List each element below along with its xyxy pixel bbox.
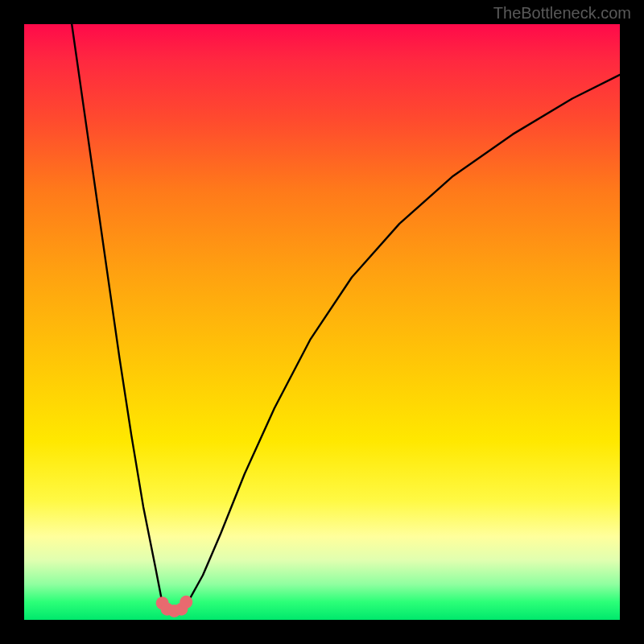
curve-layer	[24, 24, 620, 620]
curve-right-branch	[180, 75, 620, 609]
curve-left-branch	[72, 24, 168, 609]
cusp-marker	[180, 596, 192, 609]
cusp-markers-group	[156, 596, 193, 617]
curves-group	[72, 24, 620, 609]
chart-frame: TheBottleneck.com	[0, 0, 644, 644]
watermark-text: TheBottleneck.com	[493, 4, 631, 23]
plot-area	[24, 24, 620, 620]
